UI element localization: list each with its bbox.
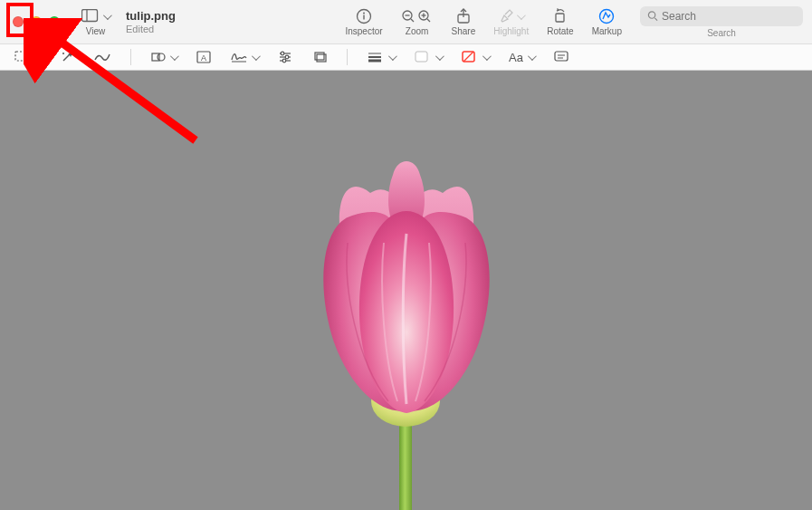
instant-alpha-tool[interactable] — [58, 44, 76, 70]
svg-point-33 — [282, 59, 286, 63]
crop-icon — [312, 51, 327, 63]
svg-rect-6 — [363, 14, 364, 19]
window-title[interactable]: tulip.png — [126, 9, 176, 23]
text-style-tool[interactable]: Aa — [507, 44, 536, 70]
search-group: Search — [635, 6, 803, 38]
inspector-label: Inspector — [345, 26, 382, 36]
sidebar-icon — [81, 8, 110, 24]
window-controls — [13, 16, 69, 27]
svg-point-31 — [285, 55, 289, 59]
divider — [130, 49, 131, 65]
view-menu-button[interactable]: View — [76, 0, 115, 43]
chevron-down-icon — [387, 52, 395, 63]
text-icon: A — [196, 51, 211, 63]
chevron-down-icon — [481, 52, 489, 63]
title-block: tulip.png Edited — [122, 9, 176, 34]
svg-line-8 — [411, 19, 414, 22]
svg-rect-16 — [556, 14, 564, 22]
shapes-tool[interactable] — [149, 44, 178, 70]
selection-icon — [14, 51, 29, 63]
svg-point-5 — [363, 12, 365, 14]
info-icon — [356, 8, 372, 24]
sketch-tool[interactable] — [92, 44, 112, 70]
divider — [347, 49, 348, 65]
adjust-color-tool[interactable] — [276, 44, 294, 70]
rotate-icon — [552, 8, 568, 24]
text-tool[interactable]: A — [195, 44, 213, 70]
chevron-down-icon — [515, 11, 523, 22]
view-label: View — [86, 26, 106, 36]
share-label: Share — [452, 26, 476, 36]
chevron-down-icon — [168, 52, 177, 63]
svg-rect-42 — [555, 52, 568, 61]
close-button[interactable] — [13, 16, 24, 27]
rotate-label: Rotate — [547, 26, 573, 36]
border-style-tool[interactable] — [366, 44, 396, 70]
annotate-tool[interactable] — [552, 44, 570, 70]
highlight-label: Highlight — [493, 26, 529, 36]
chevron-down-icon — [32, 52, 40, 63]
highlight-icon — [499, 8, 523, 24]
svg-point-22 — [62, 53, 64, 54]
svg-rect-20 — [15, 52, 26, 61]
highlight-button: Highlight — [488, 0, 534, 43]
share-icon — [456, 8, 471, 24]
markup-toolbar: A Aa — [0, 43, 812, 71]
svg-point-24 — [158, 53, 165, 61]
markup-label: Markup — [592, 26, 622, 36]
svg-line-41 — [463, 52, 473, 62]
window-subtitle: Edited — [126, 24, 176, 34]
svg-line-19 — [654, 18, 657, 21]
signature-icon — [231, 51, 247, 63]
chevron-down-icon — [101, 11, 110, 22]
chevron-down-icon — [250, 52, 258, 63]
share-button[interactable]: Share — [446, 0, 482, 43]
description-icon — [554, 51, 568, 63]
svg-text:A: A — [201, 53, 206, 63]
markup-button[interactable]: Markup — [587, 0, 627, 43]
svg-point-29 — [281, 52, 284, 55]
rotate-button[interactable]: Rotate — [541, 0, 578, 43]
crop-tool[interactable] — [310, 44, 329, 70]
stroke-color-tool[interactable] — [460, 44, 491, 70]
svg-point-17 — [600, 9, 614, 23]
chevron-down-icon — [526, 52, 534, 63]
wand-icon — [60, 50, 74, 64]
markup-icon — [598, 8, 615, 24]
sign-tool[interactable] — [229, 44, 260, 70]
fill-icon — [415, 51, 431, 63]
svg-line-11 — [427, 19, 430, 22]
zoom-label: Zoom — [406, 26, 429, 36]
svg-rect-2 — [82, 9, 98, 21]
search-label: Search — [707, 28, 736, 38]
stroke-icon — [462, 51, 478, 63]
window-toolbar: View tulip.png Edited Inspector Zoom Sha… — [0, 0, 812, 43]
inspector-button[interactable]: Inspector — [339, 0, 387, 43]
search-field[interactable] — [640, 6, 803, 26]
minimize-button[interactable] — [31, 16, 42, 27]
shapes-icon — [151, 51, 166, 63]
sketch-icon — [94, 51, 110, 63]
fill-color-tool[interactable] — [413, 44, 444, 70]
svg-rect-39 — [416, 52, 427, 62]
zoom-button-group[interactable]: Zoom — [396, 0, 439, 43]
chevron-down-icon — [434, 52, 442, 63]
image-canvas[interactable] — [0, 71, 812, 510]
text-style-icon: Aa — [509, 51, 523, 64]
selection-tool[interactable] — [13, 44, 42, 70]
sliders-icon — [278, 51, 292, 63]
tulip-image — [262, 143, 551, 510]
fullscreen-button[interactable] — [49, 16, 60, 27]
search-icon — [647, 10, 658, 22]
svg-point-18 — [648, 12, 654, 18]
lineweight-icon — [368, 52, 384, 63]
zoom-icons — [401, 8, 434, 24]
search-input[interactable] — [658, 10, 796, 23]
